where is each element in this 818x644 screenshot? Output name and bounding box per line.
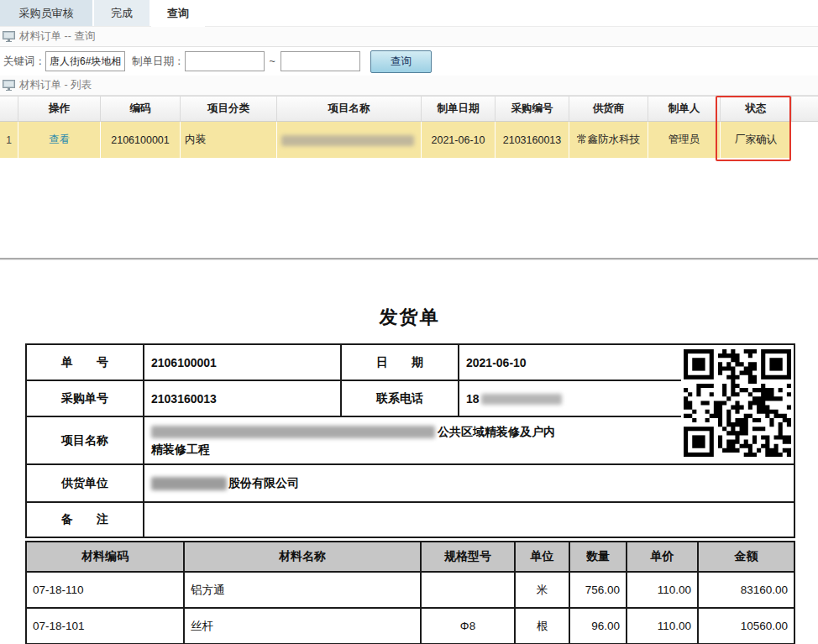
tab-bar: 采购员审核 完成 查询 [0,0,818,27]
mat-col-qty: 数量 [569,542,627,572]
material-spec: Φ8 [421,608,515,644]
order-no-value: 2106100001 [144,344,341,380]
project-line2: 精装修工程 [151,441,674,458]
panel-divider [0,258,818,259]
material-unit: 根 [515,608,569,644]
date-range-separator: ~ [270,55,275,67]
doc-supplier-label: 供货单位 [26,464,144,502]
supplier-visible-text: 股份有限公司 [228,476,299,490]
document-title: 发货单 [25,259,794,330]
keyword-input[interactable] [45,51,125,71]
material-unit: 米 [515,572,569,608]
column-header-project-name: 项目名称 [277,96,422,122]
app-window: 采购员审核 完成 查询 材料订单 -- 查询 关键词： 制单日期： ~ 查询 材… [0,0,818,644]
doc-supplier-value: 股份有限公司 [144,464,794,502]
material-name: 铝方通 [184,572,421,608]
redacted-phone [481,394,562,405]
column-header-supplier: 供货商 [569,96,648,122]
date-label: 制单日期： [132,55,185,69]
column-header-filler [792,96,818,122]
delivery-note-header-table: 单 号 2106100001 日 期 2021-06-10 采购单号 21031… [25,343,795,538]
phone-visible-text: 18 [466,392,480,406]
material-row: 07-18-110 铝方通 米 756.00 110.00 83160.00 [26,572,794,608]
redacted-project-text [151,426,435,438]
column-header-creator: 制单人 [648,96,721,122]
creator-cell: 管理员 [648,122,721,158]
mat-col-unit: 单位 [515,542,569,572]
remark-value [144,502,794,537]
tab-query[interactable]: 查询 [151,0,205,27]
mat-col-price: 单价 [627,542,698,572]
column-header-rownum [0,96,18,122]
query-section-title: 材料订单 -- 查询 [19,29,95,44]
date-from-input[interactable] [185,51,265,71]
column-header-purchase-no: 采购编号 [496,96,569,122]
order-no-label: 单 号 [26,344,144,380]
query-controls: 关键词： 制单日期： ~ 查询 [0,47,818,76]
redacted-supplier [151,477,227,490]
delivery-note-document: 发货单 单 号 2106100001 日 期 2021-06-10 采购单号 2… [0,259,818,644]
material-amount: 10560.00 [698,608,794,644]
order-date-cell: 2021-06-10 [422,122,496,158]
status-cell: 厂家确认 [721,122,792,158]
project-name-cell [277,122,422,158]
phone-label: 联系电话 [341,380,459,416]
column-header-date: 制单日期 [422,96,496,122]
material-price: 110.00 [627,608,698,644]
materials-header-row: 材料编码 材料名称 规格型号 单位 数量 单价 金额 [26,542,794,572]
material-code: 07-18-101 [26,608,184,644]
doc-row-remark: 备 注 [26,502,794,537]
search-button[interactable]: 查询 [370,50,432,73]
column-header-category: 项目分类 [181,96,277,122]
purchase-no-cell: 2103160013 [496,122,569,158]
doc-row-supplier: 供货单位 股份有限公司 [26,464,794,502]
materials-table: 材料编码 材料名称 规格型号 单位 数量 单价 金额 07-18-110 铝方通… [25,541,795,644]
tab-complete[interactable]: 完成 [94,0,149,26]
keyword-label: 关键词： [3,55,45,69]
doc-purchase-no-value: 2103160013 [144,380,341,416]
list-section-title: 材料订单 - 列表 [19,78,92,92]
list-section-header: 材料订单 - 列表 [0,76,818,96]
material-row: 07-18-101 丝杆 Φ8 根 96.00 110.00 10560.00 [26,608,794,644]
column-header-status: 状态 [721,96,792,122]
project-label: 项目名称 [26,416,144,464]
doc-row-project: 项目名称 公共区域精装修及户内 精装修工程 [26,416,794,464]
column-header-action: 操作 [18,96,101,122]
material-price: 110.00 [627,572,698,608]
monitor-icon [3,80,15,91]
doc-row-order-no: 单 号 2106100001 日 期 2021-06-10 [26,344,794,380]
monitor-icon [3,31,15,42]
supplier-cell: 常鑫防水科技 [569,122,648,158]
table-row[interactable]: 1 查看 2106100001 内装 2021-06-10 2103160013… [0,122,818,158]
category-cell: 内装 [181,122,277,158]
mat-col-name: 材料名称 [184,542,421,572]
qr-code [681,344,794,464]
tab-purchaser-review[interactable]: 采购员审核 [0,0,92,26]
doc-purchase-no-label: 采购单号 [26,380,144,416]
order-list-table: 操作 编码 项目分类 项目名称 制单日期 采购编号 供货商 制单人 状态 1 查… [0,96,818,158]
mat-col-amount: 金额 [698,542,794,572]
column-header-code: 编码 [101,96,181,122]
query-section-header: 材料订单 -- 查询 [0,27,818,47]
filler-cell [792,122,818,158]
material-code: 07-18-110 [26,572,184,608]
project-value: 公共区域精装修及户内 精装修工程 [144,416,681,464]
date-to-input[interactable] [281,51,360,71]
remark-label: 备 注 [26,502,144,537]
material-spec [421,572,515,608]
redacted-project-name [281,135,414,146]
doc-date-label: 日 期 [341,344,459,380]
mat-col-spec: 规格型号 [421,542,515,572]
material-name: 丝杆 [184,608,421,644]
order-code-cell: 2106100001 [101,122,181,158]
doc-row-purchase-no: 采购单号 2103160013 联系电话 18 [26,380,794,416]
row-index: 1 [0,122,18,158]
list-header-row: 操作 编码 项目分类 项目名称 制单日期 采购编号 供货商 制单人 状态 [0,96,818,122]
mat-col-code: 材料编码 [26,542,184,572]
view-link[interactable]: 查看 [49,134,70,145]
material-qty: 96.00 [569,608,627,644]
material-qty: 756.00 [569,572,627,608]
doc-date-value: 2021-06-10 [459,344,681,380]
phone-value: 18 [459,380,681,416]
project-visible-text: 公共区域精装修及户内 [438,425,555,438]
